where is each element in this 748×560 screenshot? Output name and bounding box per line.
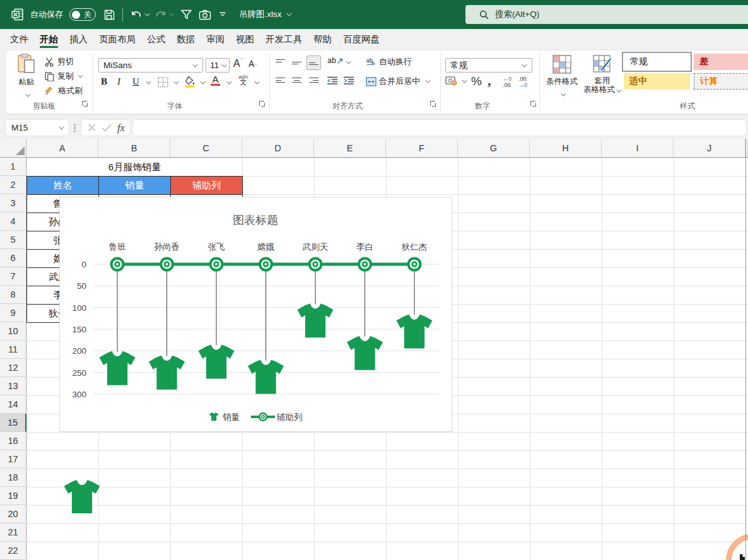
row-header-22[interactable]: 22 xyxy=(0,542,26,560)
percent-style-button[interactable]: % xyxy=(471,74,482,88)
row-header-1[interactable]: 1 xyxy=(0,158,26,176)
tab-文件[interactable]: 文件 xyxy=(4,29,34,50)
loose-tshirt-shape[interactable] xyxy=(64,480,100,513)
save-button[interactable] xyxy=(103,9,115,21)
camera-qat-button[interactable] xyxy=(199,9,211,20)
autosave-toggle[interactable]: 关 xyxy=(69,8,96,21)
tab-插入[interactable]: 插入 xyxy=(64,29,93,50)
column-header-D[interactable]: D xyxy=(242,139,314,157)
tab-数据[interactable]: 数据 xyxy=(171,29,201,50)
cell-title-A1[interactable]: 6月服饰销量 xyxy=(27,158,242,176)
document-title[interactable]: 吊牌图.xlsx xyxy=(239,9,291,20)
insert-function-button[interactable]: fx xyxy=(117,122,125,134)
row-header-3[interactable]: 3 xyxy=(0,194,26,213)
font-name-select[interactable]: MiSans xyxy=(98,58,203,73)
grow-font-button[interactable]: Aˆ xyxy=(233,58,243,69)
increase-indent-button[interactable] xyxy=(344,76,354,85)
cell-style-差[interactable]: 差 xyxy=(694,54,748,70)
column-header-H[interactable]: H xyxy=(530,139,602,157)
row-header-2[interactable]: 2 xyxy=(0,176,26,194)
row-header-20[interactable]: 20 xyxy=(0,505,26,523)
tab-审阅[interactable]: 审阅 xyxy=(201,29,230,50)
format-painter-button[interactable]: 格式刷 xyxy=(45,85,83,96)
row-header-19[interactable]: 19 xyxy=(0,487,26,505)
tab-百度网盘[interactable]: 百度网盘 xyxy=(337,29,385,50)
row-header-12[interactable]: 12 xyxy=(0,359,26,377)
row-header-13[interactable]: 13 xyxy=(0,377,26,395)
number-dialog-launcher[interactable] xyxy=(530,101,537,107)
tab-开发工具[interactable]: 开发工具 xyxy=(260,29,308,50)
row-header-14[interactable]: 14 xyxy=(0,395,26,414)
filter-qat-button[interactable] xyxy=(180,9,192,20)
row-header-4[interactable]: 4 xyxy=(0,213,26,231)
formula-bar-grip[interactable] xyxy=(73,123,76,133)
row-header-8[interactable]: 8 xyxy=(0,286,26,304)
column-header-I[interactable]: I xyxy=(602,139,674,157)
cut-button[interactable]: 剪切 xyxy=(45,56,74,67)
column-header-C[interactable]: C xyxy=(170,139,242,157)
align-center-button[interactable] xyxy=(292,76,301,85)
underline-button[interactable]: U xyxy=(132,76,139,87)
column-header-B[interactable]: B xyxy=(98,139,170,157)
conditional-formatting-button[interactable]: 条件格式 xyxy=(543,55,581,98)
cell-header-销量[interactable]: 销量 xyxy=(98,176,171,195)
copy-button[interactable]: 复制 xyxy=(45,71,83,82)
redo-button[interactable] xyxy=(155,9,174,20)
cancel-entry-icon[interactable] xyxy=(88,124,96,132)
font-color-button[interactable]: A xyxy=(211,75,220,86)
undo-button[interactable] xyxy=(130,9,149,20)
clipboard-dialog-launcher[interactable] xyxy=(82,101,88,107)
formula-input[interactable] xyxy=(132,119,747,136)
wrap-text-button[interactable]: ab 自动换行 xyxy=(366,56,412,67)
paste-button[interactable]: 粘贴 xyxy=(15,54,38,95)
cell-style-计算[interactable]: 计算 xyxy=(694,73,748,90)
format-as-table-button[interactable]: 套用表格格式 xyxy=(583,55,622,94)
column-header-J[interactable]: J xyxy=(674,139,745,157)
cell-header-辅助列[interactable]: 辅助列 xyxy=(170,176,243,195)
align-top-button[interactable] xyxy=(276,58,285,66)
orientation-button[interactable]: ab xyxy=(327,56,344,65)
tab-公式[interactable]: 公式 xyxy=(141,29,171,50)
excel-app-icon[interactable] xyxy=(11,8,24,21)
row-header-6[interactable]: 6 xyxy=(0,249,26,267)
column-header-G[interactable]: G xyxy=(458,139,530,157)
column-header-E[interactable]: E xyxy=(314,139,386,157)
name-box[interactable]: M15 xyxy=(5,119,69,136)
align-bottom-button[interactable] xyxy=(307,55,321,70)
borders-button[interactable] xyxy=(158,77,168,88)
redo-dropdown-icon[interactable] xyxy=(170,11,175,16)
cell-style-常规[interactable]: 常规 xyxy=(624,54,690,70)
column-header-F[interactable]: F xyxy=(386,139,458,157)
number-format-select[interactable]: 常规 xyxy=(445,58,532,73)
row-header-5[interactable]: 5 xyxy=(0,231,26,249)
row-header-21[interactable]: 21 xyxy=(0,523,26,542)
select-all-corner[interactable] xyxy=(0,139,26,157)
decrease-indent-button[interactable] xyxy=(327,76,338,85)
increase-decimal-button[interactable]: ←0 .00 xyxy=(503,76,511,88)
italic-button[interactable]: I xyxy=(117,76,120,87)
accounting-format-button[interactable] xyxy=(445,76,457,86)
font-size-select[interactable]: 11 xyxy=(206,58,230,73)
column-header-A[interactable]: A xyxy=(26,139,98,157)
row-header-15[interactable]: 15 xyxy=(0,414,26,432)
row-header-18[interactable]: 18 xyxy=(0,469,26,487)
align-right-button[interactable] xyxy=(309,76,318,85)
chart[interactable]: 图表标题050100150200250300鲁班孙尚香张飞嫦娥武则天李白狄仁杰销… xyxy=(59,197,452,432)
confirm-entry-icon[interactable] xyxy=(102,124,112,132)
font-dialog-launcher[interactable] xyxy=(259,101,266,107)
row-header-11[interactable]: 11 xyxy=(0,341,26,359)
tab-帮助[interactable]: 帮助 xyxy=(308,29,337,50)
comma-style-button[interactable]: , xyxy=(488,73,491,89)
search-box[interactable]: 搜索(Alt+Q) xyxy=(465,5,748,24)
row-header-16[interactable]: 16 xyxy=(0,432,26,450)
row-header-17[interactable]: 17 xyxy=(0,450,26,469)
tab-页面布局[interactable]: 页面布局 xyxy=(93,29,141,50)
fill-color-button[interactable] xyxy=(184,76,196,88)
tab-视图[interactable]: 视图 xyxy=(230,29,260,50)
row-header-10[interactable]: 10 xyxy=(0,322,26,341)
cell-header-姓名[interactable]: 姓名 xyxy=(26,176,99,195)
qat-overflow-button[interactable] xyxy=(219,11,226,18)
cell-style-适中[interactable]: 适中 xyxy=(624,73,690,90)
alignment-dialog-launcher[interactable] xyxy=(430,101,436,107)
phonetic-button[interactable]: wén 文 xyxy=(238,74,248,85)
